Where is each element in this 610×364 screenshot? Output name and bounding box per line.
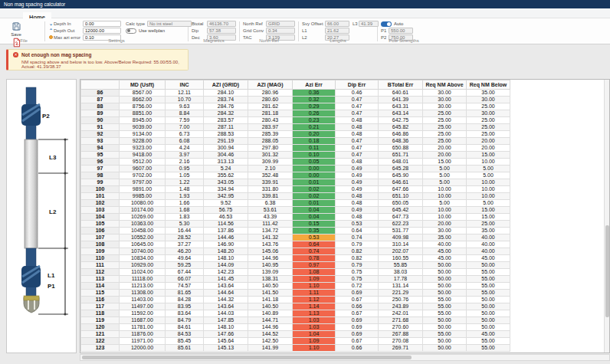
column-header[interactable]: AZI (MAG): [248, 80, 293, 90]
column-header[interactable]: AZI (GRID): [204, 80, 248, 90]
column-header[interactable]: MD (Usft): [120, 80, 166, 90]
data-cell: 43.39: [248, 214, 293, 221]
data-cell: 11308.00: [120, 290, 166, 297]
table-row[interactable]: 929134.006.73288.53285.390.200.48646.862…: [81, 131, 510, 138]
table-row[interactable]: 11911687.0084.79147.85144.711.030.69271.…: [81, 317, 510, 324]
table-row[interactable]: 10810645.0037.27146.90143.760.640.79310.…: [81, 241, 510, 248]
table-row[interactable]: 868567.0012.11284.10280.960.360.46640.61…: [81, 90, 510, 97]
data-cell: 0.66: [336, 303, 379, 310]
table-row[interactable]: 10910740.0046.20148.20145.060.740.82202.…: [81, 248, 510, 255]
table-row[interactable]: 11411213.0074.57143.64140.501.100.72131.…: [81, 283, 510, 290]
table-row[interactable]: 898851.008.84284.32281.180.260.47643.142…: [81, 110, 510, 117]
table-row[interactable]: 10210080.001.669.526.380.010.48650.055.0…: [81, 200, 510, 207]
data-cell: 40.00: [423, 241, 467, 248]
data-cell: 25.00: [423, 110, 467, 117]
table-row[interactable]: 999797.001.22343.05339.910.010.49646.615…: [81, 179, 510, 186]
table-row[interactable]: 12211971.0085.45145.64142.501.090.67270.…: [81, 338, 510, 345]
data-cell: 5.00: [423, 179, 467, 186]
save-button[interactable]: Save: [7, 21, 25, 37]
data-cell: 288.53: [204, 131, 248, 138]
ribbon-group-north-ref: North Ref Grid Conv TAC North Ref: [240, 20, 298, 44]
data-cell: 147.85: [204, 317, 248, 324]
table-row[interactable]: 11010834.0049.64148.10144.960.780.82160.…: [81, 255, 510, 262]
data-cell: 50.00: [467, 324, 510, 331]
table-row[interactable]: 878662.0010.70283.74280.600.320.47641.39…: [81, 97, 510, 103]
column-header[interactable]: Dip Err: [336, 80, 379, 90]
table-row[interactable]: 10610458.0016.44137.86134.720.350.64531.…: [81, 228, 510, 234]
table-row[interactable]: 11811592.0083.64144.03140.891.130.67242.…: [81, 310, 510, 317]
depth-in-field[interactable]: [83, 21, 121, 27]
data-cell: 30.00: [423, 103, 467, 110]
data-cell: 55.00: [423, 310, 467, 317]
use-wellplan-toggle[interactable]: [126, 28, 136, 34]
table-row[interactable]: 969512.002.16313.13309.990.050.48648.011…: [81, 159, 510, 166]
vertical-scrollbar-thumb[interactable]: [605, 225, 609, 317]
data-cell: 45.00: [467, 255, 510, 262]
auto-toggle[interactable]: [381, 21, 392, 27]
table-row[interactable]: 1009891.001.48334.94331.800.020.49647.66…: [81, 186, 510, 193]
data-cell: 334.94: [204, 186, 248, 193]
data-cell: 140.89: [248, 310, 293, 317]
data-cell: 20.00: [467, 145, 510, 152]
table-row[interactable]: 979607.000.955.242.100.000.49645.285.005…: [81, 166, 510, 172]
column-header[interactable]: [81, 80, 120, 90]
data-cell: 11024.00: [120, 269, 166, 276]
data-cell: 242.01: [379, 310, 423, 317]
data-cell: 83.64: [166, 310, 204, 317]
row-number-cell: 107: [81, 234, 120, 241]
table-row[interactable]: 12111876.0084.53147.66144.521.040.69267.…: [81, 331, 510, 338]
data-cell: 285.39: [248, 131, 293, 138]
data-cell: 111.42: [248, 221, 293, 228]
table-row[interactable]: 11711497.0083.95143.64140.501.140.66243.…: [81, 303, 510, 310]
data-cell: 0.48: [336, 193, 379, 200]
table-row[interactable]: 11611403.0084.28144.32141.181.120.67250.…: [81, 297, 510, 303]
table-row[interactable]: 11110929.0059.25144.09140.950.970.7955.8…: [81, 262, 510, 269]
table-row[interactable]: 10510363.005.30114.56111.420.150.53622.2…: [81, 221, 510, 228]
data-cell: 280.96: [248, 90, 293, 97]
data-cell: 16.44: [166, 228, 204, 234]
data-cell: 0.32: [293, 97, 336, 103]
column-header[interactable]: INC: [166, 80, 204, 90]
data-cell: 0.15: [293, 221, 336, 228]
data-cell: 50.00: [423, 269, 467, 276]
table-row[interactable]: 939228.006.08291.19288.050.180.47648.362…: [81, 138, 510, 145]
data-cell: 30.00: [423, 97, 467, 103]
group-name-magnetics: Magnetics: [189, 38, 239, 43]
data-cell: 50.00: [423, 317, 467, 324]
data-cell: 0.49: [336, 179, 379, 186]
table-row[interactable]: 1019985.001.93342.95339.810.020.48651.10…: [81, 193, 510, 200]
table-row[interactable]: 10710552.0028.52144.46141.320.530.74409.…: [81, 234, 510, 241]
horizontal-scrollbar[interactable]: [80, 354, 610, 361]
table-row[interactable]: 908945.007.59283.57280.430.230.48642.752…: [81, 117, 510, 124]
data-cell: 81.65: [166, 290, 204, 297]
column-header[interactable]: BTotal Err: [379, 80, 423, 90]
table-row[interactable]: 949323.004.24300.94297.800.110.47650.882…: [81, 145, 510, 152]
table-row[interactable]: 12011781.0084.61148.10144.961.030.69270.…: [81, 324, 510, 331]
data-cell: 148.10: [204, 255, 248, 262]
table-row[interactable]: 11211024.0067.44142.23139.091.080.7538.0…: [81, 269, 510, 276]
table-row[interactable]: 12312000.0085.61145.13141.991.100.66269.…: [81, 345, 510, 352]
use-wellplan-label: Use wellplan: [139, 28, 165, 33]
column-header[interactable]: Req NM Below: [467, 80, 510, 90]
bha-label-l2: L2: [49, 208, 57, 215]
depth-out-field[interactable]: [83, 28, 121, 34]
column-header[interactable]: Azi Err: [293, 80, 336, 90]
table-row[interactable]: 919039.007.00287.11283.970.210.48645.822…: [81, 124, 510, 131]
data-cell: 145.64: [204, 338, 248, 345]
table-row[interactable]: 11311118.0066.07141.45138.311.090.7517.7…: [81, 276, 510, 283]
table-row[interactable]: 10410269.001.8346.5343.390.040.48647.731…: [81, 214, 510, 221]
horizontal-scrollbar-thumb[interactable]: [82, 356, 412, 359]
table-row[interactable]: 989702.001.05355.62352.480.000.49645.905…: [81, 172, 510, 179]
data-cell: 284.76: [204, 103, 248, 110]
table-row[interactable]: 11511308.0081.65144.64141.501.110.69221.…: [81, 290, 510, 297]
column-header[interactable]: Req NM Above: [423, 80, 467, 90]
table-row[interactable]: 888756.009.63284.76281.620.290.47643.313…: [81, 103, 510, 110]
data-cell: 25.00: [423, 124, 467, 131]
vertical-scrollbar[interactable]: [604, 80, 609, 353]
data-cell: 6.08: [166, 138, 204, 145]
data-cell: 0.82: [336, 255, 379, 262]
table-row[interactable]: 10310174.001.6856.7553.610.040.49645.421…: [81, 207, 510, 214]
data-cell: 10.00: [423, 193, 467, 200]
data-cell: 9797.00: [120, 179, 166, 186]
table-row[interactable]: 959418.003.97304.46301.320.100.47651.712…: [81, 152, 510, 159]
